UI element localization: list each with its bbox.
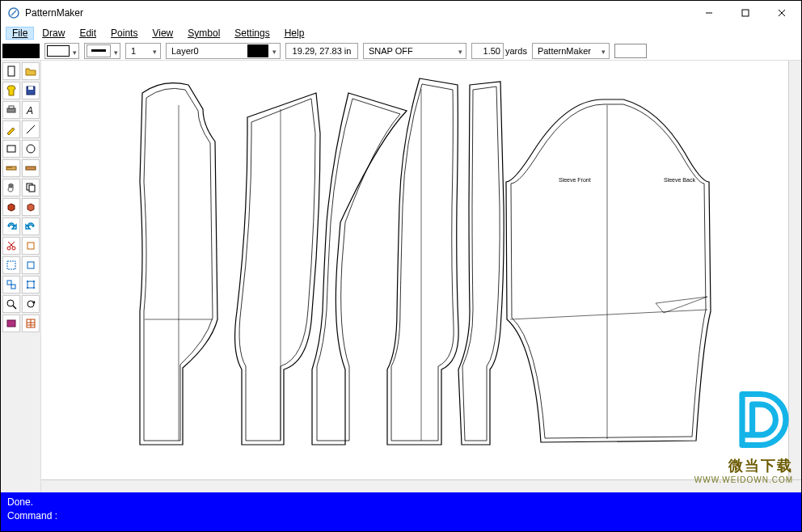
window-title: PatternMaker xyxy=(25,7,690,19)
ruler-icon[interactable] xyxy=(2,159,20,177)
close-button[interactable] xyxy=(763,2,800,24)
svg-rect-27 xyxy=(27,262,34,268)
text-icon[interactable]: A xyxy=(22,101,40,119)
box3d-icon[interactable] xyxy=(2,198,20,216)
box3d2-icon[interactable] xyxy=(22,198,40,216)
undo-icon[interactable] xyxy=(22,217,40,235)
menubar: File Draw Edit Points View Symbol Settin… xyxy=(1,25,801,41)
maximize-button[interactable] xyxy=(727,2,763,24)
pencil-icon[interactable] xyxy=(2,120,20,138)
save-icon[interactable] xyxy=(22,82,40,99)
svg-rect-9 xyxy=(9,106,14,108)
menu-symbol[interactable]: Symbol xyxy=(181,27,226,40)
snap-mode-combo[interactable]: SNAP OFF xyxy=(363,43,466,59)
app-icon xyxy=(7,6,20,19)
print-icon[interactable] xyxy=(2,101,20,119)
property-bar: 1 Layer0 19.29, 27.83 in SNAP OFF 1.50 y… xyxy=(1,41,801,61)
book-icon[interactable] xyxy=(2,315,20,332)
vertical-scrollbar[interactable] xyxy=(788,61,801,479)
svg-point-33 xyxy=(27,287,28,289)
svg-line-47 xyxy=(510,310,707,319)
refresh-icon[interactable] xyxy=(22,295,40,313)
table-icon[interactable] xyxy=(22,315,40,332)
ruler2-icon[interactable] xyxy=(22,159,40,177)
menu-help[interactable]: Help xyxy=(278,27,311,40)
yards-label: yards xyxy=(505,46,527,56)
fill-color-swatch[interactable] xyxy=(2,44,40,58)
svg-rect-26 xyxy=(7,261,15,269)
svg-rect-12 xyxy=(7,146,15,152)
circle-icon[interactable] xyxy=(22,140,40,158)
svg-line-36 xyxy=(13,306,16,309)
group-icon[interactable] xyxy=(2,276,20,293)
coordinate-readout: 19.29, 27.83 in xyxy=(285,43,358,59)
line-style-dropdown[interactable] xyxy=(84,43,120,59)
svg-point-13 xyxy=(27,145,35,153)
yards-value: 1.50 xyxy=(471,43,504,59)
transform-icon[interactable] xyxy=(22,276,40,293)
hand-icon[interactable] xyxy=(2,179,20,196)
window-controls xyxy=(690,2,800,24)
new-file-icon[interactable] xyxy=(2,62,20,80)
svg-rect-2 xyxy=(742,10,749,16)
status-bar: Done. Command : xyxy=(1,492,801,531)
left-toolbar: A xyxy=(1,61,41,492)
redo-icon[interactable] xyxy=(2,217,20,235)
annotation-sleeve-front: Sleeve Front xyxy=(559,177,591,183)
aux-swatch[interactable] xyxy=(614,44,647,58)
clip-icon[interactable] xyxy=(22,237,40,255)
status-line-done: Done. xyxy=(7,496,795,509)
stroke-color-dropdown[interactable] xyxy=(44,43,79,59)
svg-rect-29 xyxy=(11,285,15,289)
svg-rect-28 xyxy=(7,281,11,285)
status-line-command: Command : xyxy=(7,509,795,523)
horizontal-scrollbar[interactable] xyxy=(41,479,801,492)
svg-rect-20 xyxy=(29,185,35,192)
svg-rect-8 xyxy=(7,108,15,112)
menu-file[interactable]: File xyxy=(6,27,34,40)
annotation-sleeve-back: Sleeve Back xyxy=(664,177,695,183)
svg-text:A: A xyxy=(26,105,33,116)
svg-rect-25 xyxy=(27,243,34,249)
menu-points[interactable]: Points xyxy=(104,27,144,40)
svg-rect-30 xyxy=(27,281,34,288)
svg-rect-7 xyxy=(28,87,33,90)
zoom-icon[interactable] xyxy=(2,295,20,313)
svg-line-11 xyxy=(27,125,35,133)
menu-draw[interactable]: Draw xyxy=(36,27,71,40)
menu-edit[interactable]: Edit xyxy=(73,27,103,40)
svg-rect-37 xyxy=(7,320,15,327)
crop-icon[interactable] xyxy=(22,256,40,274)
open-folder-icon[interactable] xyxy=(22,62,40,80)
svg-point-31 xyxy=(27,281,28,282)
scissors-icon[interactable] xyxy=(2,237,20,255)
shirt-icon[interactable] xyxy=(2,82,20,99)
menu-view[interactable]: View xyxy=(146,27,179,40)
layer-combo[interactable]: Layer0 xyxy=(166,43,281,59)
svg-point-34 xyxy=(33,287,35,289)
svg-rect-5 xyxy=(8,66,15,76)
line-weight-combo[interactable]: 1 xyxy=(125,43,161,59)
rectangle-icon[interactable] xyxy=(2,140,20,158)
library-combo[interactable]: PatternMaker xyxy=(532,43,610,59)
svg-point-35 xyxy=(7,300,14,306)
svg-point-21 xyxy=(7,247,11,250)
svg-rect-18 xyxy=(26,167,36,170)
minimize-button[interactable] xyxy=(690,2,727,24)
drawing-canvas[interactable]: Sleeve Front Sleeve Back xyxy=(41,61,801,492)
select-rect-icon[interactable] xyxy=(2,256,20,274)
titlebar: PatternMaker xyxy=(1,1,801,25)
svg-point-22 xyxy=(12,247,15,250)
line-icon[interactable] xyxy=(22,120,40,138)
copy-icon[interactable] xyxy=(22,179,40,196)
svg-point-32 xyxy=(33,281,35,282)
menu-settings[interactable]: Settings xyxy=(228,27,276,40)
